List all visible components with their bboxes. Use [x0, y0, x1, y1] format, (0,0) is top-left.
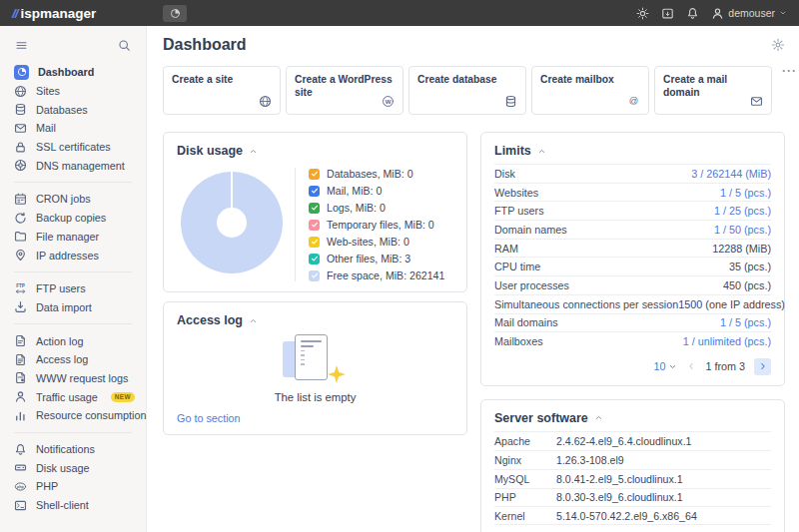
- database-icon: [14, 103, 27, 116]
- limit-value-link[interactable]: 1 / 25 (pcs.): [714, 205, 771, 217]
- document-star-icon: [14, 371, 27, 384]
- sidebar-item-traffic-usage[interactable]: Traffic usageNEW: [0, 387, 146, 406]
- limit-label: Websites: [494, 187, 538, 199]
- sidebar-item-php[interactable]: phpPHP: [0, 477, 146, 496]
- more-cards-button[interactable]: ···: [782, 66, 797, 76]
- sidebar-item-ip-addresses[interactable]: IP addresses: [0, 246, 146, 265]
- legend-item-other-files[interactable]: Other files, MiB: 3: [309, 253, 453, 265]
- sidebar-item-file-manager[interactable]: File manager: [0, 228, 146, 247]
- next-page-button[interactable]: [754, 358, 771, 375]
- theme-toggle-icon[interactable]: [636, 7, 649, 20]
- software-row-nginx: Nginx1.26.3-108.el9: [494, 450, 771, 469]
- svg-text:W: W: [386, 98, 392, 105]
- sidebar-item-mail[interactable]: Mail: [0, 119, 146, 138]
- sidebar-item-www-request-logs[interactable]: WWW request logs: [0, 369, 146, 388]
- person-icon: [14, 390, 27, 403]
- sidebar-item-label: PHP: [36, 480, 58, 492]
- bell-icon: [14, 443, 27, 456]
- bar-chart-icon: [14, 409, 27, 422]
- limit-label: Mailboxes: [494, 335, 543, 347]
- limit-value-link[interactable]: 1 / 5 (pcs.): [720, 187, 771, 199]
- limit-row-domain-names: Domain names1 / 50 (pcs.): [494, 220, 771, 239]
- user-icon: [711, 7, 724, 20]
- legend-item-logs[interactable]: Logs, MiB: 0: [309, 202, 453, 214]
- sidebar-item-data-import[interactable]: Data import: [0, 298, 146, 317]
- limit-value-link[interactable]: 1 / 50 (pcs.): [714, 224, 771, 236]
- document-illustration: [295, 334, 328, 380]
- page-size-select[interactable]: 10: [653, 360, 677, 372]
- user-menu[interactable]: demouser: [711, 7, 787, 20]
- sidebar-item-ssl-certificates[interactable]: SSL certificates: [0, 138, 146, 157]
- legend-item-free-space[interactable]: Free space, MiB: 262141: [309, 269, 453, 281]
- legend-item-web-sites[interactable]: Web-sites, MiB: 0: [309, 236, 453, 248]
- chevron-up-icon[interactable]: [249, 147, 258, 156]
- sidebar-item-dns-management[interactable]: DNS management: [0, 156, 146, 175]
- create-mailbox-card[interactable]: Create mailbox@: [531, 66, 649, 115]
- sidebar-item-label: CRON jobs: [36, 193, 91, 205]
- search-icon[interactable]: [118, 39, 131, 52]
- legend-item-temporary-files[interactable]: Temporary files, MiB: 0: [309, 219, 453, 231]
- sidebar-item-disk-usage[interactable]: Disk usage: [0, 458, 146, 477]
- sparkle-icon: [327, 364, 347, 384]
- limit-value-link[interactable]: 1 / 5 (pcs.): [720, 316, 771, 328]
- checkbox-icon: [309, 220, 320, 231]
- checkbox-icon: [309, 237, 320, 248]
- legend-label: Temporary files, MiB: 0: [327, 219, 434, 231]
- globe-icon: [14, 85, 27, 98]
- svg-text:php: php: [17, 485, 25, 489]
- prev-page-button[interactable]: [686, 361, 696, 371]
- limit-value-link[interactable]: 3 / 262144 (MiB): [691, 168, 771, 180]
- page-size-value: 10: [653, 360, 665, 372]
- gear-icon[interactable]: [771, 38, 785, 52]
- topbar-tab-dashboard[interactable]: [163, 5, 187, 22]
- sidebar-item-dashboard[interactable]: Dashboard: [0, 63, 146, 82]
- limit-value-link[interactable]: 1 / unlimited (pcs.): [683, 335, 771, 347]
- create-database-card[interactable]: Create database: [408, 66, 526, 115]
- sidebar-item-access-log[interactable]: Access log: [0, 350, 146, 369]
- server-software-panel: Server software Apache2.4.62-4.el9_6.4.c…: [480, 399, 785, 532]
- software-version: 1.26.3-108.el9: [556, 454, 624, 466]
- sidebar-item-notifications[interactable]: Notifications: [0, 440, 146, 459]
- sidebar-item-action-log[interactable]: Action log: [0, 331, 146, 350]
- limit-label: CPU time: [494, 261, 540, 272]
- calendar-icon: [14, 193, 27, 206]
- chevron-up-icon[interactable]: [537, 147, 546, 156]
- legend-item-mail[interactable]: Mail, MiB: 0: [309, 185, 453, 197]
- sidebar-item-sites[interactable]: Sites: [0, 82, 146, 101]
- sidebar-item-label: Backup copies: [36, 212, 106, 224]
- sidebar-divider: [14, 432, 132, 433]
- hamburger-menu-icon[interactable]: [15, 39, 28, 52]
- sidebar-item-backup-copies[interactable]: Backup copies: [0, 209, 146, 228]
- sidebar-item-cron-jobs[interactable]: CRON jobs: [0, 190, 146, 209]
- sidebar-item-databases[interactable]: Databases: [0, 100, 146, 119]
- legend-label: Free space, MiB: 262141: [327, 269, 444, 281]
- sidebar-item-ftp-users[interactable]: FTPFTP users: [0, 279, 146, 298]
- limit-label: RAM: [494, 243, 518, 255]
- sidebar-item-shell-client[interactable]: Shell-client: [0, 496, 146, 515]
- bell-icon[interactable]: [686, 7, 699, 20]
- sidebar-item-label: Action log: [36, 335, 83, 347]
- disk-icon: [14, 461, 27, 474]
- create-site-card[interactable]: Create a site: [163, 66, 281, 115]
- chevron-up-icon[interactable]: [249, 316, 258, 325]
- go-to-section-link[interactable]: Go to section: [177, 412, 241, 424]
- chevron-up-icon[interactable]: [594, 413, 603, 422]
- dns-globe-icon: [14, 159, 27, 172]
- disk-usage-legend: Databases, MiB: 0 Mail, MiB: 0 Logs, MiB…: [295, 168, 453, 281]
- limit-row-ram: RAM12288 (MiB): [494, 239, 771, 258]
- disk-usage-donut-chart: [181, 172, 283, 273]
- svg-text:FTP: FTP: [16, 283, 25, 288]
- create-wordpress-site-card[interactable]: Create a WordPress siteW: [286, 66, 403, 115]
- checkbox-icon: [309, 169, 320, 180]
- empty-list-illustration: [283, 334, 349, 384]
- open-window-icon[interactable]: [661, 7, 674, 20]
- chevron-down-icon: [668, 362, 677, 371]
- create-mail-domain-card[interactable]: Create a mail domain: [654, 66, 772, 115]
- sidebar-item-label: Notifications: [36, 443, 95, 455]
- sidebar-item-resource-consumption[interactable]: Resource consumption: [0, 406, 146, 425]
- legend-label: Logs, MiB: 0: [327, 202, 386, 214]
- database-icon: [504, 95, 517, 108]
- sidebar-item-label: IP addresses: [36, 250, 99, 262]
- limit-value: 35 (pcs.): [729, 261, 771, 272]
- legend-item-databases[interactable]: Databases, MiB: 0: [309, 168, 453, 180]
